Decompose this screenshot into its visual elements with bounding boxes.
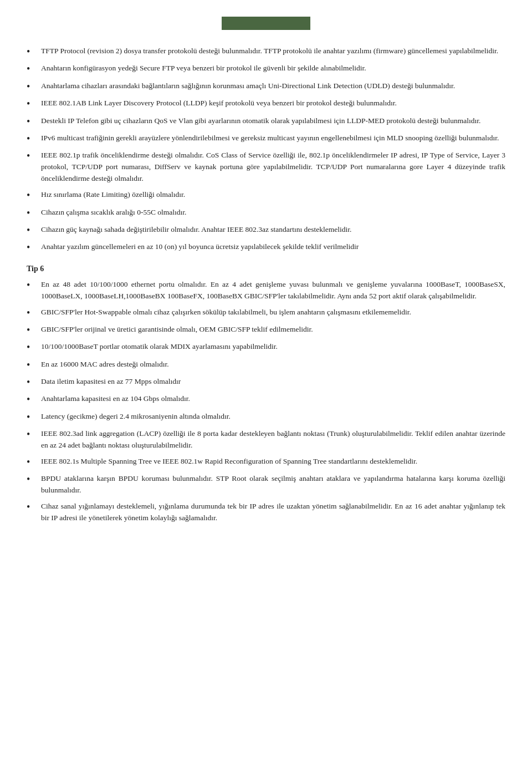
logo-container xyxy=(27,17,505,30)
list-item-text: IEEE 802.1s Multiple Spanning Tree ve IE… xyxy=(41,456,505,468)
list-item: •Anahtarlama kapasitesi en az 104 Gbps o… xyxy=(27,393,505,406)
bullet-icon: • xyxy=(27,341,39,354)
bullet-icon: • xyxy=(27,501,39,514)
bullet-icon: • xyxy=(27,189,39,202)
list-item: •IEEE 802.3ad link aggregation (LACP) öz… xyxy=(27,428,505,451)
list-item: •BPDU ataklarına karşın BPDU koruması bu… xyxy=(27,473,505,496)
list-item: •GBIC/SFP'ler Hot-Swappable olmalı cihaz… xyxy=(27,307,505,319)
list-item-text: IEEE 802.1p trafik önceliklendirme deste… xyxy=(41,150,505,185)
list-item: •Cihaz sanal yığınlamayı desteklemeli, y… xyxy=(27,501,505,524)
list-item-text: Cihazın çalışma sıcaklık aralığı 0-55C o… xyxy=(41,207,505,219)
list-item: •Destekli IP Telefon gibi uç cihazların … xyxy=(27,115,505,128)
list-item-text: IEEE 802.1AB Link Layer Discovery Protoc… xyxy=(41,98,505,109)
logo-box xyxy=(222,17,310,30)
bullet-icon: • xyxy=(27,473,39,486)
list-item: •TFTP Protocol (revision 2) dosya transf… xyxy=(27,45,505,58)
bullet-icon: • xyxy=(27,411,39,424)
list-item: •IEEE 802.1AB Link Layer Discovery Proto… xyxy=(27,98,505,110)
list-item: •10/100/1000BaseT portlar otomatik olara… xyxy=(27,341,505,354)
list-item-text: En az 48 adet 10/100/1000 ethernet portu… xyxy=(41,279,505,302)
tip6-heading: Tip 6 xyxy=(27,265,505,273)
bullet-icon: • xyxy=(27,207,39,220)
second-bullet-list: •En az 48 adet 10/100/1000 ethernet port… xyxy=(27,279,505,525)
list-item-text: Cihazın güç kaynağı sahada değiştirilebi… xyxy=(41,224,505,236)
list-item: •IEEE 802.1p trafik önceliklendirme dest… xyxy=(27,150,505,185)
list-item-text: IEEE 802.3ad link aggregation (LACP) öze… xyxy=(41,428,505,451)
list-item-text: GBIC/SFP'ler Hot-Swappable olmalı cihaz … xyxy=(41,307,505,318)
list-item: •IPv6 multicast trafiğinin gerekli arayü… xyxy=(27,133,505,145)
bullet-icon: • xyxy=(27,80,39,93)
list-item-text: BPDU ataklarına karşın BPDU koruması bul… xyxy=(41,473,505,496)
bullet-icon: • xyxy=(27,279,39,292)
main-content: •TFTP Protocol (revision 2) dosya transf… xyxy=(27,45,505,524)
list-item: •Anahtar yazılım güncellemeleri en az 10… xyxy=(27,241,505,254)
bullet-icon: • xyxy=(27,45,39,58)
list-item: •Hız sınırlama (Rate Limiting) özelliği … xyxy=(27,189,505,202)
bullet-icon: • xyxy=(27,307,39,319)
bullet-icon: • xyxy=(27,393,39,406)
list-item: •Cihazın çalışma sıcaklık aralığı 0-55C … xyxy=(27,207,505,220)
list-item-text: En az 16000 MAC adres desteği olmalıdır. xyxy=(41,359,505,370)
list-item-text: 10/100/1000BaseT portlar otomatik olarak… xyxy=(41,341,505,353)
list-item-text: Anahtarlama kapasitesi en az 104 Gbps ol… xyxy=(41,393,505,405)
list-item-text: Cihaz sanal yığınlamayı desteklemeli, yı… xyxy=(41,501,505,524)
list-item: •En az 48 adet 10/100/1000 ethernet port… xyxy=(27,279,505,302)
list-item-text: Anahtar yazılım güncellemeleri en az 10 … xyxy=(41,241,505,253)
bullet-icon: • xyxy=(27,98,39,110)
list-item-text: GBIC/SFP'ler orijinal ve üretici garanti… xyxy=(41,324,505,336)
list-item: •Data iletim kapasitesi en az 77 Mpps ol… xyxy=(27,376,505,389)
list-item: •Anahtarın konfigürasyon yedeği Secure F… xyxy=(27,63,505,75)
first-bullet-list: •TFTP Protocol (revision 2) dosya transf… xyxy=(27,45,505,255)
list-item-text: Data iletim kapasitesi en az 77 Mpps olm… xyxy=(41,376,505,388)
list-item: •Anahtarlama cihazları arasındaki bağlan… xyxy=(27,80,505,93)
list-item: •GBIC/SFP'ler orijinal ve üretici garant… xyxy=(27,324,505,337)
list-item: •En az 16000 MAC adres desteği olmalıdır… xyxy=(27,359,505,372)
bullet-icon: • xyxy=(27,428,39,441)
list-item: •IEEE 802.1s Multiple Spanning Tree ve I… xyxy=(27,456,505,469)
list-item-text: Anahtarlama cihazları arasındaki bağlant… xyxy=(41,80,505,92)
bullet-icon: • xyxy=(27,115,39,128)
list-item-text: Hız sınırlama (Rate Limiting) özelliği o… xyxy=(41,189,505,201)
list-item-text: Anahtarın konfigürasyon yedeği Secure FT… xyxy=(41,63,505,74)
list-item-text: Latency (gecikme) degeri 2.4 mikrosaniye… xyxy=(41,411,505,423)
bullet-icon: • xyxy=(27,241,39,254)
page: •TFTP Protocol (revision 2) dosya transf… xyxy=(0,0,532,551)
list-item-text: IPv6 multicast trafiğinin gerekli arayüz… xyxy=(41,133,505,144)
bullet-icon: • xyxy=(27,456,39,469)
list-item: •Latency (gecikme) degeri 2.4 mikrosaniy… xyxy=(27,411,505,424)
bullet-icon: • xyxy=(27,133,39,145)
bullet-icon: • xyxy=(27,63,39,75)
list-item-text: Destekli IP Telefon gibi uç cihazların Q… xyxy=(41,115,505,127)
list-item: •Cihazın güç kaynağı sahada değiştirileb… xyxy=(27,224,505,237)
bullet-icon: • xyxy=(27,150,39,162)
bullet-icon: • xyxy=(27,224,39,237)
list-item-text: TFTP Protocol (revision 2) dosya transfe… xyxy=(41,45,505,57)
bullet-icon: • xyxy=(27,376,39,389)
bullet-icon: • xyxy=(27,359,39,372)
bullet-icon: • xyxy=(27,324,39,337)
